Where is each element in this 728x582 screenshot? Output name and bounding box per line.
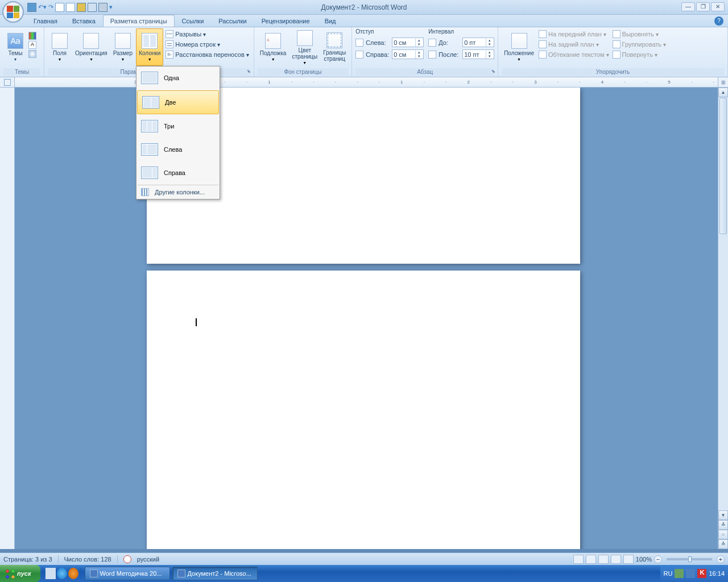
kaspersky-icon[interactable]: K xyxy=(697,569,706,578)
taskbar-item-1[interactable]: Word Методичка 20... xyxy=(85,567,170,580)
zoom-slider[interactable] xyxy=(667,558,712,560)
watermark-button[interactable]: A Подложка ▼ xyxy=(258,28,289,66)
scroll-down-button[interactable]: ▼ xyxy=(718,510,728,520)
spacing-before-input[interactable]: 0 пт▲▼ xyxy=(462,38,494,47)
tab-insert[interactable]: Вставка xyxy=(65,15,103,27)
tab-selector[interactable] xyxy=(0,77,15,87)
media-player-icon[interactable] xyxy=(68,568,78,579)
right-column-icon xyxy=(141,167,158,179)
zoom-level[interactable]: 100% xyxy=(636,556,652,563)
tab-page-layout[interactable]: Разметка страницы xyxy=(103,15,175,27)
qat-customize-icon[interactable]: ▾ xyxy=(109,3,113,11)
browse-object-button[interactable]: ○ xyxy=(718,530,728,539)
document-canvas[interactable] xyxy=(15,88,718,549)
tab-view[interactable]: Вид xyxy=(317,15,344,27)
indent-left-row: Слева: 0 см▲▼ xyxy=(355,37,424,48)
margins-button[interactable]: Поля ▼ xyxy=(48,28,72,66)
window-title: Документ2 - Microsoft Word xyxy=(321,3,407,11)
page-status[interactable]: Страница: 3 из 3 xyxy=(3,556,52,563)
taskbar-item-2[interactable]: Документ2 - Microso... xyxy=(172,567,258,580)
zoom-in-button[interactable]: + xyxy=(717,555,725,563)
more-columns-button[interactable]: Другие колонки... xyxy=(136,185,220,199)
page-borders-icon xyxy=(326,32,342,48)
tab-mailings[interactable]: Рассылки xyxy=(211,15,254,27)
word-count[interactable]: Число слов: 128 xyxy=(64,556,111,563)
themes-button[interactable]: Aa Темы ▼ xyxy=(3,28,27,66)
margins-icon xyxy=(52,33,68,49)
columns-dropdown: Одна Две Три Слева Справа Другие колонки… xyxy=(136,66,220,199)
page-setup-dialog-launcher[interactable]: ⬊ xyxy=(246,69,253,76)
show-desktop-icon[interactable] xyxy=(46,568,56,579)
draft-view[interactable] xyxy=(623,555,634,564)
prev-page-button[interactable]: ≚ xyxy=(718,520,728,530)
indent-left-input[interactable]: 0 см▲▼ xyxy=(392,38,424,47)
columns-option-three[interactable]: Три xyxy=(136,115,220,138)
orientation-button[interactable]: Ориентация ▼ xyxy=(73,28,110,66)
ribbon: Aa Темы ▼ A Темы Поля ▼ Ориентация ▼ xyxy=(0,27,728,77)
spell-check-icon[interactable] xyxy=(123,555,131,563)
tray-icon-2[interactable] xyxy=(686,569,695,578)
horizontal-ruler[interactable]: 3 · · 2 · · 1 · · · · · 1 · · 2 · · 3 · … xyxy=(0,77,728,88)
line-numbers-button[interactable]: Номера строк ▾ xyxy=(164,40,250,49)
qat-icon-1[interactable] xyxy=(55,3,64,12)
columns-option-left[interactable]: Слева xyxy=(136,138,220,161)
theme-fonts-icon[interactable]: A xyxy=(28,41,36,49)
page-3[interactable] xyxy=(147,271,580,549)
tray-icon-1[interactable] xyxy=(675,569,684,578)
theme-effects-icon[interactable] xyxy=(28,50,36,58)
one-column-icon xyxy=(141,72,158,84)
breaks-button[interactable]: Разрывы ▾ xyxy=(164,30,250,39)
align-icon xyxy=(613,30,621,38)
web-layout-view[interactable] xyxy=(598,555,609,564)
print-preview-icon[interactable] xyxy=(88,3,97,12)
language-indicator[interactable]: RU xyxy=(664,570,673,577)
ie-icon[interactable] xyxy=(57,568,67,579)
quick-print-icon[interactable] xyxy=(98,3,107,12)
spacing-after-input[interactable]: 10 пт▲▼ xyxy=(462,49,494,59)
theme-colors-icon[interactable] xyxy=(28,32,36,40)
undo-icon[interactable]: ↶▾ xyxy=(38,3,47,11)
tab-review[interactable]: Рецензирование xyxy=(254,15,317,27)
start-button[interactable]: пуск xyxy=(0,565,40,582)
scroll-thumb[interactable] xyxy=(719,98,727,234)
vertical-scrollbar[interactable]: ▲ ▼ ≚ ○ ≛ xyxy=(718,88,728,549)
columns-option-two[interactable]: Две xyxy=(137,90,219,114)
minimize-button[interactable]: — xyxy=(681,2,695,11)
redo-icon[interactable]: ↷ xyxy=(48,3,53,11)
qat-icon-3[interactable] xyxy=(77,3,86,12)
scroll-up-button[interactable]: ▲ xyxy=(718,88,728,97)
save-icon[interactable] xyxy=(27,3,36,12)
paragraph-dialog-launcher[interactable]: ⬊ xyxy=(490,69,497,76)
columns-button[interactable]: Колонки ▼ xyxy=(136,28,163,66)
indent-right-icon xyxy=(355,51,363,59)
vertical-ruler[interactable] xyxy=(0,88,15,549)
indent-right-input[interactable]: 0 см▲▼ xyxy=(392,49,424,59)
size-button[interactable]: Размер ▼ xyxy=(111,28,135,66)
maximize-button[interactable]: ❐ xyxy=(696,2,710,11)
qat-icon-2[interactable] xyxy=(66,3,75,12)
word-doc-icon xyxy=(90,569,98,577)
columns-option-right[interactable]: Справа xyxy=(136,161,220,185)
position-icon xyxy=(511,33,527,49)
help-button[interactable]: ? xyxy=(714,16,723,26)
ruler-track[interactable]: 3 · · 2 · · 1 · · · · · 1 · · 2 · · 3 · … xyxy=(15,77,718,87)
close-button[interactable]: ✕ xyxy=(711,2,725,11)
zoom-out-button[interactable]: − xyxy=(654,555,662,563)
tab-home[interactable]: Главная xyxy=(26,15,65,27)
clock[interactable]: 16:14 xyxy=(709,570,725,577)
language-status[interactable]: русский xyxy=(137,556,159,563)
zoom-thumb[interactable] xyxy=(688,556,692,562)
columns-option-one[interactable]: Одна xyxy=(136,66,220,90)
hyphenation-button[interactable]: b-Расстановка переносов ▾ xyxy=(164,50,250,59)
position-button[interactable]: Положение ▼ xyxy=(502,28,536,66)
outline-view[interactable] xyxy=(611,555,621,564)
full-screen-view[interactable] xyxy=(586,555,596,564)
page-color-button[interactable]: Цвет страницы ▼ xyxy=(289,28,320,66)
ruler-toggle[interactable]: ⊞ xyxy=(718,77,728,87)
office-button[interactable] xyxy=(2,1,24,23)
page-borders-button[interactable]: Границы страниц xyxy=(321,28,348,66)
tab-references[interactable]: Ссылки xyxy=(175,15,212,27)
next-page-button[interactable]: ≛ xyxy=(718,539,728,549)
indent-right-row: Справа: 0 см▲▼ xyxy=(355,49,424,60)
print-layout-view[interactable] xyxy=(573,555,584,564)
